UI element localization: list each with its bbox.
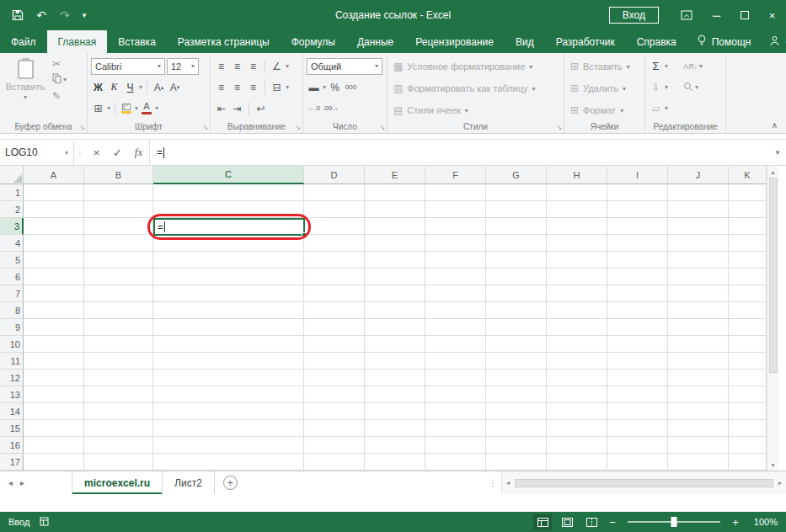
column-header-G[interactable]: G [486, 166, 547, 184]
cell-B17[interactable] [84, 454, 153, 471]
cell-A4[interactable] [24, 235, 84, 252]
row-header-11[interactable]: 11 [0, 353, 24, 370]
cell-F4[interactable] [425, 235, 486, 252]
cell-I7[interactable] [607, 285, 668, 302]
cell-C1[interactable] [153, 184, 304, 201]
cell-G3[interactable] [486, 218, 547, 235]
cell-D4[interactable] [304, 235, 365, 252]
alignment-dialog-launcher[interactable]: ↘ [295, 124, 301, 131]
cell-styles-button[interactable]: ▤ Стили ячеек ▾ [391, 99, 560, 121]
cell-F2[interactable] [425, 201, 486, 218]
copy-button[interactable]: ▾ [50, 72, 69, 88]
row-header-9[interactable]: 9 [0, 319, 24, 336]
cell-K14[interactable] [729, 403, 767, 420]
cell-D12[interactable] [304, 370, 365, 386]
font-name-select[interactable]: Calibri ▾ [91, 58, 165, 75]
cell-C13[interactable] [153, 386, 304, 403]
vertical-scrollbar-thumb[interactable] [769, 178, 778, 373]
cell-C15[interactable] [153, 420, 304, 437]
cell-F8[interactable] [425, 302, 486, 319]
cell-J3[interactable] [668, 218, 729, 235]
cell-H1[interactable] [547, 184, 607, 201]
cell-H10[interactable] [547, 336, 607, 353]
cell-E15[interactable] [365, 420, 425, 437]
row-header-7[interactable]: 7 [0, 285, 24, 302]
cell-G17[interactable] [486, 454, 547, 471]
cell-D15[interactable] [304, 420, 365, 437]
cell-K5[interactable] [729, 252, 767, 269]
cut-button[interactable]: ✂ [50, 56, 69, 72]
horizontal-scrollbar-thumb[interactable] [515, 479, 773, 487]
cell-D6[interactable] [304, 269, 365, 285]
increase-decimal-icon[interactable]: ←.0 [307, 100, 321, 117]
cell-D5[interactable] [304, 252, 365, 269]
cell-I10[interactable] [607, 336, 668, 353]
cell-H15[interactable] [547, 420, 607, 437]
zoom-out-button[interactable]: − [607, 516, 618, 529]
cell-H6[interactable] [547, 269, 607, 285]
borders-icon[interactable]: ⊞ [91, 100, 105, 117]
row-header-2[interactable]: 2 [0, 201, 24, 218]
cell-A11[interactable] [24, 353, 84, 370]
cell-G8[interactable] [486, 302, 547, 319]
cell-I12[interactable] [607, 370, 668, 386]
cell-J6[interactable] [668, 269, 729, 285]
cell-A12[interactable] [24, 370, 84, 386]
zoom-slider[interactable] [628, 521, 720, 523]
cell-H5[interactable] [547, 252, 607, 269]
cell-K9[interactable] [729, 319, 767, 336]
cell-H7[interactable] [547, 285, 607, 302]
scroll-right-button[interactable]: ▸ [774, 479, 786, 487]
cell-D14[interactable] [304, 403, 365, 420]
cell-J13[interactable] [668, 386, 729, 403]
row-header-16[interactable]: 16 [0, 437, 24, 454]
cell-A17[interactable] [24, 454, 84, 471]
cell-F12[interactable] [425, 370, 486, 386]
column-header-E[interactable]: E [365, 166, 425, 184]
cell-I1[interactable] [607, 184, 668, 201]
cell-A10[interactable] [24, 336, 84, 353]
scroll-down-button[interactable]: ▾ [767, 459, 778, 471]
cell-C11[interactable] [153, 353, 304, 370]
conditional-formatting-button[interactable]: ▦ Условное форматирование ▾ [391, 56, 560, 77]
tab-home[interactable]: Главная [47, 30, 108, 53]
sort-filter-button[interactable]: АЯ↓ [683, 62, 698, 71]
cell-D13[interactable] [304, 386, 365, 403]
delete-cells-button[interactable]: ⊞ Удалить ▾ [568, 77, 641, 99]
cell-B4[interactable] [84, 235, 153, 252]
cell-A2[interactable] [24, 201, 84, 218]
cell-G16[interactable] [486, 437, 547, 454]
page-layout-view-button[interactable] [558, 514, 576, 530]
cell-E17[interactable] [365, 454, 425, 471]
cell-F9[interactable] [425, 319, 486, 336]
cell-F3[interactable] [425, 218, 486, 235]
cell-C12[interactable] [153, 370, 304, 386]
wrap-text-icon[interactable]: ↩ [254, 100, 268, 117]
cell-K2[interactable] [729, 201, 767, 218]
decrease-decimal-icon[interactable]: .00→ [323, 100, 339, 117]
cell-J5[interactable] [668, 252, 729, 269]
align-bottom-icon[interactable]: ≡ [246, 58, 260, 75]
collapse-ribbon-button[interactable]: ∧ [772, 120, 778, 130]
cell-C14[interactable] [153, 403, 304, 420]
scroll-left-button[interactable]: ◂ [502, 479, 514, 487]
format-painter-button[interactable]: ✎ [50, 88, 69, 104]
normal-view-button[interactable] [533, 514, 552, 530]
cell-A7[interactable] [24, 285, 84, 302]
cell-G9[interactable] [486, 319, 547, 336]
cell-D11[interactable] [304, 353, 365, 370]
cell-H11[interactable] [547, 353, 607, 370]
cell-G6[interactable] [486, 269, 547, 285]
cell-F6[interactable] [425, 269, 486, 285]
cell-J12[interactable] [668, 370, 729, 386]
cell-B8[interactable] [84, 302, 153, 319]
ribbon-display-options-icon[interactable] [674, 0, 699, 30]
column-header-D[interactable]: D [304, 166, 365, 184]
tab-formulas[interactable]: Формулы [281, 30, 346, 53]
cell-I13[interactable] [607, 386, 668, 403]
cell-E13[interactable] [365, 386, 425, 403]
cell-I17[interactable] [607, 454, 668, 471]
cell-E10[interactable] [365, 336, 425, 353]
undo-icon[interactable]: ↶ [30, 4, 52, 26]
cell-F7[interactable] [425, 285, 486, 302]
